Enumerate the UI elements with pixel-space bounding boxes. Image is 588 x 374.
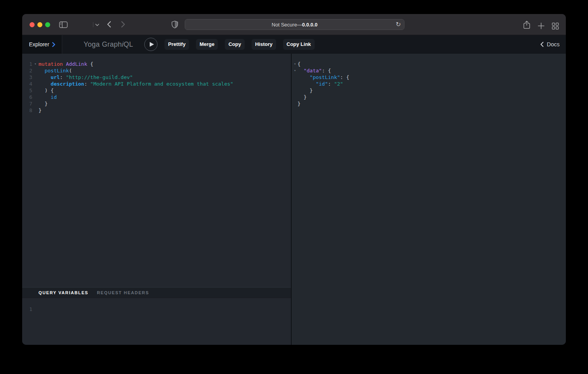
toolbar-buttons: PrettifyMergeCopyHistoryCopy Link: [164, 39, 314, 50]
browser-window: Not Secure — 0.0.0.0 ↻: [22, 14, 566, 345]
code-text: {: [298, 61, 301, 67]
response-code-line: }: [292, 87, 566, 94]
url-host: 0.0.0.0: [302, 22, 318, 28]
docs-button[interactable]: Docs: [540, 41, 560, 47]
response-code-line: "id": "2": [292, 81, 566, 87]
response-pane: ▾{▾ "data": { "postLink": { "id": "2" } …: [292, 54, 566, 345]
fold-gutter: [32, 87, 38, 94]
fold-gutter: [292, 74, 298, 81]
code-text: }: [298, 94, 306, 100]
browser-titlebar: Not Secure — 0.0.0.0 ↻: [22, 14, 566, 35]
code-text: url: "http://the-guild.dev": [38, 74, 133, 81]
fold-gutter: [292, 81, 298, 87]
line-number: 2: [22, 67, 32, 74]
code-text: }: [38, 107, 42, 114]
code-text: }: [298, 100, 301, 107]
play-icon: [150, 42, 154, 47]
fold-arrow-icon[interactable]: ▾: [292, 67, 298, 74]
prettify-button[interactable]: Prettify: [164, 39, 189, 50]
app-title: Yoga GraphiQL: [84, 40, 133, 49]
tab-overview-icon[interactable]: [552, 23, 559, 30]
tab-request-headers[interactable]: REQUEST HEADERS: [97, 290, 149, 295]
fold-gutter: [32, 94, 38, 100]
code-text: description: "Modern API Platform and ec…: [38, 81, 233, 87]
window-controls: [30, 22, 50, 27]
left-pane: 1▾mutation AddLink {2 postLink(3 url: "h…: [22, 54, 291, 345]
response-code-line: ▾ "data": {: [292, 67, 566, 74]
response-code-line: }: [292, 94, 566, 100]
address-bar[interactable]: Not Secure — 0.0.0.0 ↻: [185, 19, 404, 30]
line-number: 4: [22, 81, 32, 87]
code-text: "postLink": {: [298, 74, 349, 81]
main-content: 1▾mutation AddLink {2 postLink(3 url: "h…: [22, 54, 566, 345]
query-code-line: 5 ) {: [22, 87, 291, 94]
close-window-button[interactable]: [30, 22, 35, 27]
fold-gutter: [32, 107, 38, 114]
line-number: 3: [22, 74, 32, 81]
privacy-shield-icon[interactable]: [172, 21, 178, 28]
code-text: }: [38, 100, 47, 107]
fold-arrow-icon[interactable]: ▾: [32, 61, 38, 67]
code-text: id: [38, 94, 57, 100]
query-code-line: 6 id: [22, 94, 291, 100]
query-code-line: 8}: [22, 107, 291, 114]
response-code-line: "postLink": {: [292, 74, 566, 81]
chevron-right-icon: [52, 42, 55, 47]
new-tab-icon[interactable]: [538, 23, 544, 29]
line-number: 1: [22, 61, 32, 67]
query-code-line: 2 postLink(: [22, 67, 291, 74]
fold-gutter: [292, 100, 298, 107]
variables-line-number: 1: [22, 306, 32, 313]
query-editor[interactable]: 1▾mutation AddLink {2 postLink(3 url: "h…: [22, 54, 291, 287]
query-code-line: 4 description: "Modern API Platform and …: [22, 81, 291, 87]
bottom-tabbar: QUERY VARIABLESREQUEST HEADERS: [22, 287, 291, 298]
line-number: 8: [22, 107, 32, 114]
line-number: 5: [22, 87, 32, 94]
response-code-line: }: [292, 100, 566, 107]
docs-label: Docs: [547, 41, 560, 47]
code-text: "data": {: [298, 67, 331, 74]
code-text: postLink(: [38, 67, 72, 74]
zoom-window-button[interactable]: [45, 22, 50, 27]
tab-query-variables[interactable]: QUERY VARIABLES: [38, 290, 88, 295]
url-security-label: Not Secure: [272, 22, 297, 28]
query-variables-editor[interactable]: 1: [22, 298, 291, 345]
fold-gutter: [32, 81, 38, 87]
reload-icon[interactable]: ↻: [396, 21, 401, 28]
code-text: }: [298, 87, 313, 94]
line-number: 6: [22, 94, 32, 100]
url-separator: —: [297, 22, 302, 28]
copy-link-button[interactable]: Copy Link: [283, 39, 315, 50]
fold-gutter: [32, 100, 38, 107]
graphiql-toolbar: Explorer Yoga GraphiQL PrettifyMergeCopy…: [22, 35, 566, 54]
chevron-left-icon: [540, 42, 544, 47]
code-text: "id": "2": [298, 81, 343, 87]
merge-button[interactable]: Merge: [196, 39, 218, 50]
query-code-line: 7 }: [22, 100, 291, 107]
fold-gutter: [32, 74, 38, 81]
fold-gutter: [292, 87, 298, 94]
history-button[interactable]: History: [252, 39, 276, 50]
query-code-line: 3 url: "http://the-guild.dev": [22, 74, 291, 81]
share-icon[interactable]: [523, 21, 530, 29]
forward-button[interactable]: [98, 21, 125, 28]
fold-gutter: [32, 67, 38, 74]
code-text: mutation AddLink {: [38, 61, 93, 67]
response-code-line: ▾{: [292, 61, 566, 67]
line-number: 7: [22, 100, 32, 107]
copy-button[interactable]: Copy: [225, 39, 245, 50]
code-text: ) {: [38, 87, 54, 94]
execute-query-button[interactable]: [144, 38, 158, 51]
query-code-line: 1▾mutation AddLink {: [22, 61, 291, 67]
fold-gutter: [292, 94, 298, 100]
fold-arrow-icon[interactable]: ▾: [292, 61, 298, 67]
explorer-label: Explorer: [29, 41, 49, 47]
explorer-toggle-button[interactable]: Explorer: [22, 35, 62, 54]
response-viewer: ▾{▾ "data": { "postLink": { "id": "2" } …: [292, 54, 566, 107]
sidebar-toggle-icon[interactable]: [59, 21, 68, 28]
minimize-window-button[interactable]: [37, 22, 42, 27]
